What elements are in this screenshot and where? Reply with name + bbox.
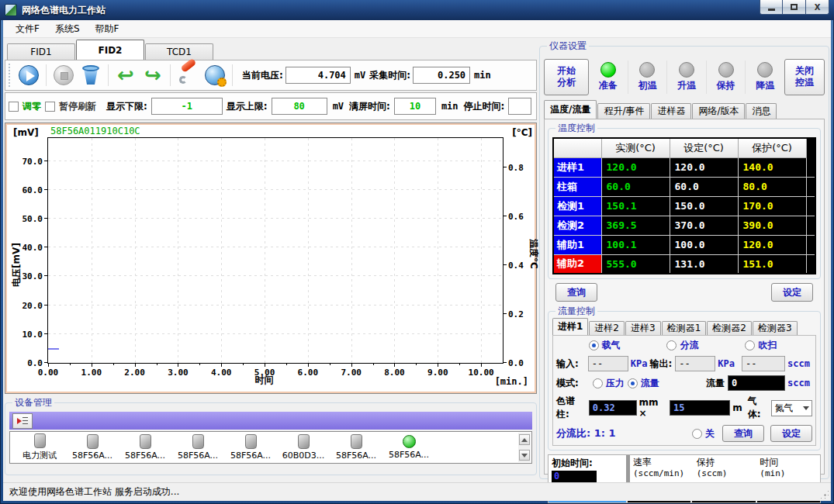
temp-set-cell[interactable]: 131.0 xyxy=(670,254,738,274)
device-scrollbar[interactable] xyxy=(518,433,531,462)
settings-tab-0[interactable]: 温度/流量 xyxy=(544,100,597,119)
gas-label-0[interactable]: 载气 xyxy=(602,339,621,352)
mode-radio-0[interactable] xyxy=(593,378,603,388)
mode-label-1[interactable]: 流量 xyxy=(641,377,659,390)
flow-query-button[interactable]: 查询 xyxy=(722,425,764,442)
device-item-1[interactable]: 58F56A... xyxy=(66,434,119,461)
detector-tab-0[interactable]: FID1 xyxy=(7,43,75,60)
flow-tab-5[interactable]: 检测器3 xyxy=(753,321,798,335)
temp-protect-cell[interactable]: 390.0 xyxy=(738,216,806,235)
temp-set-cell[interactable]: 120.0 xyxy=(670,157,738,177)
temp-set-cell[interactable]: 370.0 xyxy=(670,216,738,235)
flow-tab-4[interactable]: 检测器2 xyxy=(707,321,752,335)
chart-canvas[interactable]: [mV] [°C] 58F56A011910C10C 电压[mV] 温度°C 时… xyxy=(5,123,536,393)
detector-tab-2[interactable]: TCD1 xyxy=(145,43,213,60)
device-item-0[interactable]: 电力测试 xyxy=(13,433,66,461)
gas-radio-2[interactable] xyxy=(745,340,755,350)
column-diameter-field[interactable]: 0.32 xyxy=(589,400,637,416)
output-flow-field[interactable]: -- xyxy=(742,356,785,371)
y-tick-mark xyxy=(44,247,48,247)
temp-measured-cell[interactable]: 120.0 xyxy=(601,157,670,177)
pause-refresh-label[interactable]: 暂停刷新 xyxy=(59,100,96,113)
temp-protect-cell[interactable]: 140.0 xyxy=(738,157,806,177)
device-item-5[interactable]: 60B0D3... xyxy=(277,434,330,461)
gas-select[interactable]: 氮气 xyxy=(771,400,812,416)
flow-tab-3[interactable]: 检测器1 xyxy=(662,321,707,335)
flow-tab-2[interactable]: 进样3 xyxy=(625,321,661,335)
resize-grip[interactable] xyxy=(819,489,829,499)
device-list-button[interactable] xyxy=(12,413,33,429)
network-settings-button[interactable] xyxy=(202,63,227,88)
device-item-4[interactable]: 58F56A... xyxy=(224,434,277,461)
mode-radio-1[interactable] xyxy=(628,378,638,388)
flow-setpoint-field[interactable]: 0 xyxy=(728,375,785,391)
minimize-button[interactable] xyxy=(760,0,783,15)
device-item-3[interactable]: 58F56A... xyxy=(171,434,224,461)
stop-time-input[interactable] xyxy=(508,98,531,115)
redo-button[interactable] xyxy=(140,63,165,88)
flow-tab-0[interactable]: 进样1 xyxy=(552,318,588,335)
start-acquisition-button[interactable] xyxy=(16,63,41,88)
temp-measured-cell[interactable]: 150.1 xyxy=(601,196,670,216)
close-temp-control-button[interactable]: 关闭 控温 xyxy=(784,59,825,95)
column-length-field[interactable]: 15 xyxy=(670,400,730,416)
lower-limit-input[interactable]: -1 xyxy=(151,98,223,115)
menu-item-0[interactable]: 文件F xyxy=(8,21,47,37)
chevron-down-icon xyxy=(803,406,809,410)
toolbar-grip[interactable] xyxy=(9,64,12,87)
temp-measured-cell[interactable]: 555.0 xyxy=(601,254,670,274)
settings-tab-3[interactable]: 网络/版本 xyxy=(692,103,745,119)
temp-protect-cell[interactable]: 170.0 xyxy=(738,196,806,216)
gas-radio-1[interactable] xyxy=(666,340,677,350)
temp-protect-cell[interactable]: 120.0 xyxy=(738,235,806,254)
output-pressure-field[interactable]: -- xyxy=(675,356,715,371)
stop-acquisition-button[interactable] xyxy=(51,63,76,88)
start-analysis-button[interactable]: 开始 分析 xyxy=(544,59,589,95)
detector-tab-1[interactable]: FID2 xyxy=(76,40,144,60)
temperature-query-button[interactable]: 查询 xyxy=(555,283,597,302)
zero-checkbox[interactable] xyxy=(9,102,19,112)
gas-radio-0[interactable] xyxy=(589,340,599,350)
flow-set-button[interactable]: 设定 xyxy=(770,425,812,442)
undo-button[interactable] xyxy=(113,63,138,88)
title-bar[interactable]: 网络色谱电力工作站 X xyxy=(0,0,834,20)
temp-header-filler xyxy=(806,138,815,157)
temp-header-0 xyxy=(553,138,601,157)
temp-set-cell[interactable]: 150.0 xyxy=(670,196,738,216)
display-settings-row: 调零 暂停刷新 显示下限: -1 显示上限: 80 mV 满屏时间: 10 mi… xyxy=(5,92,537,120)
temp-protect-cell[interactable]: 151.0 xyxy=(738,254,806,274)
split-off-radio[interactable] xyxy=(692,429,702,439)
clear-button[interactable] xyxy=(78,63,103,88)
settings-tab-4[interactable]: 消息 xyxy=(746,103,777,119)
temp-set-cell[interactable]: 100.0 xyxy=(670,235,738,254)
temp-set-cell[interactable]: 60.0 xyxy=(670,177,738,196)
menu-item-2[interactable]: 帮助F xyxy=(88,21,127,37)
maximize-button[interactable] xyxy=(783,0,806,15)
close-button[interactable]: X xyxy=(806,0,829,15)
zero-label[interactable]: 调零 xyxy=(22,100,41,113)
scroll-up-button[interactable] xyxy=(519,434,530,445)
split-off-label[interactable]: 关 xyxy=(705,427,715,440)
temp-measured-cell[interactable]: 369.5 xyxy=(601,216,670,235)
device-item-2[interactable]: 58F56A... xyxy=(119,434,171,461)
scroll-down-button[interactable] xyxy=(519,450,530,461)
temp-protect-cell[interactable]: 80.0 xyxy=(738,177,806,196)
temp-measured-cell[interactable]: 60.0 xyxy=(601,177,670,196)
temperature-set-button[interactable]: 设定 xyxy=(771,283,813,302)
settings-tab-1[interactable]: 程升/事件 xyxy=(597,103,650,119)
upper-limit-input[interactable]: 80 xyxy=(272,98,327,115)
settings-tab-2[interactable]: 进样器 xyxy=(651,103,691,119)
fullscreen-time-input[interactable]: 10 xyxy=(394,98,436,115)
device-item-7[interactable]: 58F56A... xyxy=(382,435,435,460)
input-pressure-field[interactable]: -- xyxy=(588,356,628,371)
tools-button[interactable] xyxy=(175,63,200,88)
flow-tab-1[interactable]: 进样2 xyxy=(589,321,625,335)
mode-label-0[interactable]: 压力 xyxy=(606,377,625,390)
gas-label-2[interactable]: 吹扫 xyxy=(758,339,777,352)
temp-measured-cell[interactable]: 100.1 xyxy=(601,235,670,254)
menu-item-1[interactable]: 系统S xyxy=(47,21,88,37)
gas-label-1[interactable]: 分流 xyxy=(680,339,698,352)
device-item-6[interactable]: 58F56A... xyxy=(330,434,382,461)
pause-refresh-checkbox[interactable] xyxy=(45,102,55,112)
y2-tick-mark xyxy=(503,313,507,314)
